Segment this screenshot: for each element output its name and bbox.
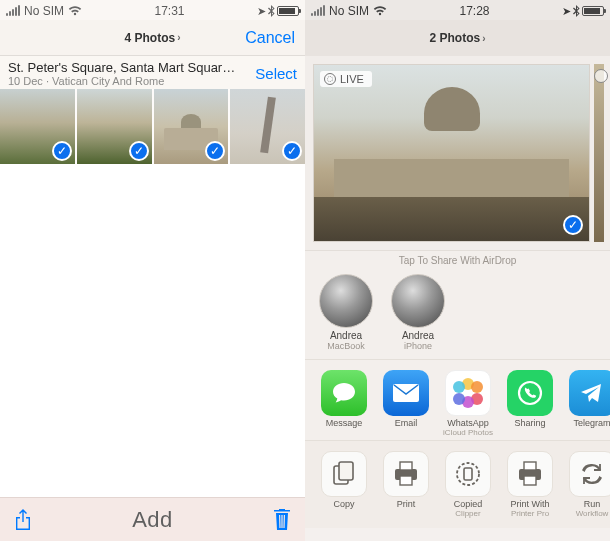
check-icon: ✓ [52, 141, 72, 161]
check-icon: ✓ [563, 215, 583, 235]
share-app-icloud-photos[interactable]: WhatsApp iCloud Photos [439, 370, 497, 438]
bluetooth-icon [573, 5, 580, 17]
status-bar: No SIM 17:28 ➤ [305, 0, 610, 20]
svg-rect-8 [464, 468, 472, 480]
status-bar: No SIM 17:31 ➤ [0, 0, 305, 20]
airdrop-contact[interactable]: Andrea MacBook [315, 274, 377, 351]
svg-rect-10 [524, 462, 536, 470]
photo-grid: ✓ ✓ ✓ ✓ [0, 89, 305, 164]
check-icon: ✓ [282, 141, 302, 161]
action-copy[interactable]: Copy [315, 451, 373, 519]
action-print[interactable]: Print [377, 451, 435, 519]
signal-bars-icon [6, 6, 20, 16]
empty-area [0, 164, 305, 497]
wifi-icon [373, 6, 387, 16]
svg-rect-6 [400, 476, 412, 485]
trash-icon[interactable] [273, 509, 291, 531]
share-actions-row: Copy Print Copied Clipper [305, 440, 610, 529]
share-app-message[interactable]: Message [315, 370, 373, 438]
message-icon [321, 370, 367, 416]
battery-icon [277, 6, 299, 16]
share-app-telegram[interactable]: Telegram [563, 370, 610, 438]
print-icon [383, 451, 429, 497]
moment-header: St. Peter's Square, Santa Mart Square,… … [0, 56, 305, 89]
share-app-mail[interactable]: Email [377, 370, 435, 438]
svg-rect-11 [524, 476, 536, 485]
live-icon [324, 73, 336, 85]
photo-thumb[interactable]: ✓ [77, 89, 152, 164]
clipboard-icon [445, 451, 491, 497]
carrier-label: No SIM [329, 4, 369, 18]
action-clipper[interactable]: Copied Clipper [439, 451, 497, 519]
avatar [391, 274, 445, 328]
airdrop-contact[interactable]: Andrea iPhone [387, 274, 449, 351]
svg-point-7 [457, 463, 479, 485]
photo-preview[interactable]: LIVE ✓ [313, 64, 590, 242]
printer-icon [507, 451, 553, 497]
svg-rect-3 [339, 462, 353, 480]
battery-icon [582, 6, 604, 16]
nav-bar: 2 Photos › [305, 20, 610, 56]
chevron-right-icon: › [482, 33, 485, 44]
avatar [319, 274, 373, 328]
screen-share-sheet: No SIM 17:28 ➤ 2 Photos › [305, 0, 610, 541]
photo-preview-next[interactable] [594, 64, 604, 242]
photo-thumb[interactable]: ✓ [0, 89, 75, 164]
photos-icon [445, 370, 491, 416]
svg-rect-5 [400, 462, 412, 470]
action-printer-pro[interactable]: Print With Printer Pro [501, 451, 559, 519]
svg-point-1 [519, 382, 541, 404]
share-sheet: Tap To Share With AirDrop Andrea MacBook… [305, 250, 610, 528]
action-workflow[interactable]: Run Workflow [563, 451, 610, 519]
wifi-icon [68, 6, 82, 16]
location-icon: ➤ [257, 5, 266, 18]
live-badge: LIVE [320, 71, 372, 87]
screen-photo-selection: No SIM 17:31 ➤ 4 Photos › Cancel [0, 0, 305, 541]
nav-title[interactable]: 4 Photos › [124, 31, 180, 45]
status-time: 17:28 [459, 4, 489, 18]
nav-bar: 4 Photos › Cancel [0, 20, 305, 56]
add-button[interactable]: Add [32, 507, 273, 533]
location-icon: ➤ [562, 5, 571, 18]
check-icon: ✓ [129, 141, 149, 161]
share-app-whatsapp[interactable]: Sharing [501, 370, 559, 438]
bottom-toolbar: Add [0, 497, 305, 541]
share-icon[interactable] [14, 509, 32, 531]
copy-icon [321, 451, 367, 497]
mail-icon [383, 370, 429, 416]
status-time: 17:31 [154, 4, 184, 18]
signal-bars-icon [311, 6, 325, 16]
live-icon [594, 69, 608, 83]
moment-title: St. Peter's Square, Santa Mart Square,… [8, 60, 238, 75]
check-icon: ✓ [205, 141, 225, 161]
share-apps-row: Message Email WhatsApp iCloud Photos [305, 359, 610, 440]
nav-title[interactable]: 2 Photos › [429, 31, 485, 45]
photo-preview-strip: LIVE ✓ [305, 56, 610, 250]
whatsapp-icon [507, 370, 553, 416]
airdrop-contacts: Andrea MacBook Andrea iPhone [305, 270, 610, 359]
select-button[interactable]: Select [255, 65, 297, 82]
chevron-right-icon: › [177, 32, 180, 43]
airdrop-hint: Tap To Share With AirDrop [305, 255, 610, 266]
telegram-icon [569, 370, 610, 416]
photo-thumb[interactable]: ✓ [154, 89, 229, 164]
cancel-button[interactable]: Cancel [245, 29, 295, 47]
bluetooth-icon [268, 5, 275, 17]
sync-icon [569, 451, 610, 497]
moment-subtitle: 10 Dec · Vatican City And Rome [8, 75, 238, 87]
photo-thumb[interactable]: ✓ [230, 89, 305, 164]
carrier-label: No SIM [24, 4, 64, 18]
